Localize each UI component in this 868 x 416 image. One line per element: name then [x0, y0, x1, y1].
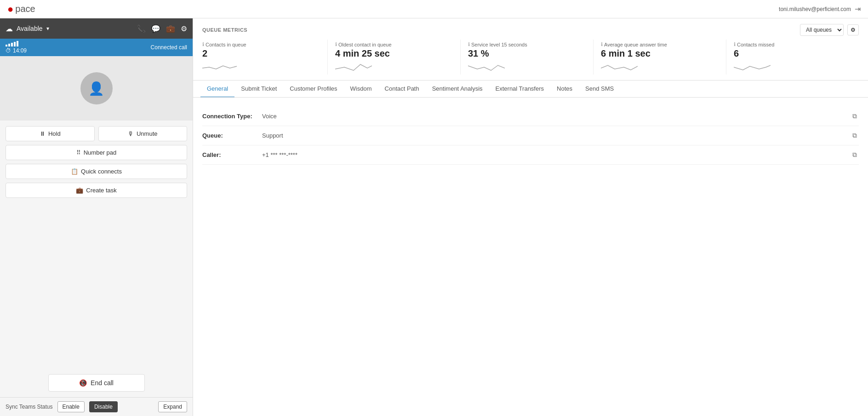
end-call-button[interactable]: 📵 End call [48, 374, 145, 392]
timer-icon: ⏱ [6, 47, 11, 54]
copy-caller-button[interactable]: ⧉ [851, 150, 859, 160]
top-nav-right: toni.milushev@perficient.com ⇥ [779, 5, 861, 13]
info-icon-4[interactable]: ℹ [734, 41, 736, 47]
action-buttons: ⏸ Hold 🎙 Unmute ⠿ Number pad 📋 Quick con… [0, 121, 193, 203]
caller-value: +1 *** ***-**** [262, 151, 851, 158]
main-layout: ☁ Available ▾ 📞 💬 💼 ⚙ [0, 18, 868, 416]
metric-label-0: Contacts in queue [206, 42, 246, 47]
queue-select[interactable]: All queues [800, 24, 844, 36]
queue-controls: All queues ⚙ [800, 24, 859, 36]
phone-icon[interactable]: 📞 [137, 24, 146, 33]
metrics-row: ℹ Contacts in queue 2 ℹ Oldest contact i… [202, 40, 859, 75]
metric-avg-answer-time: ℹ Average queue answer time 6 min 1 sec [601, 40, 726, 75]
metric-oldest-contact: ℹ Oldest contact in queue 4 min 25 sec [335, 40, 461, 75]
avatar-area: 👤 [0, 56, 193, 121]
tab-sentiment-analysis[interactable]: Sentiment Analysis [426, 81, 489, 98]
metric-chart-2 [468, 59, 586, 73]
tab-external-transfers[interactable]: External Transfers [489, 81, 551, 98]
bottom-bar: Sync Teams Status Enable Disable Expand [0, 397, 193, 416]
queue-value: Support [262, 132, 851, 139]
signal-bar-3 [11, 43, 13, 46]
right-panel: QUEUE METRICS All queues ⚙ ℹ Contacts in… [193, 18, 868, 416]
copy-connection-type-button[interactable]: ⧉ [851, 111, 859, 121]
signal-bar-2 [8, 44, 10, 46]
status-bar: ☁ Available ▾ 📞 💬 💼 ⚙ [0, 18, 193, 39]
metric-label-2: Service level 15 seconds [471, 42, 527, 47]
logo: ● pace [7, 3, 35, 15]
dialpad-icon: ⠿ [76, 149, 81, 156]
sparkline-3 [601, 59, 638, 73]
tab-submit-ticket[interactable]: Submit Ticket [234, 81, 283, 98]
connection-type-value: Voice [262, 113, 851, 120]
tab-general[interactable]: General [200, 81, 234, 98]
quick-connects-icon: 📋 [71, 168, 78, 175]
tab-contact-path[interactable]: Contact Path [378, 81, 426, 98]
sparkline-2 [468, 59, 505, 73]
metric-value-3: 6 min 1 sec [601, 48, 719, 59]
status-text: Available [17, 25, 43, 32]
create-task-button[interactable]: 💼 Create task [6, 183, 187, 198]
tasks-icon[interactable]: 💼 [166, 24, 175, 33]
settings-icon[interactable]: ⚙ [181, 24, 187, 33]
metric-value-1: 4 min 25 sec [335, 48, 453, 59]
call-bar-left: ⏱ 14:09 [6, 41, 27, 54]
hold-button[interactable]: ⏸ Hold [6, 126, 95, 141]
call-bar: ⏱ 14:09 Connected call [0, 39, 193, 56]
metric-value-0: 2 [202, 48, 320, 59]
avatar: 👤 [80, 72, 113, 104]
tab-notes[interactable]: Notes [550, 81, 579, 98]
cloud-icon: ☁ [6, 24, 13, 33]
sparkline-1 [335, 59, 372, 73]
queue-label: Queue: [202, 132, 262, 139]
expand-button[interactable]: Expand [158, 401, 187, 412]
end-call-area: 📵 End call [0, 369, 193, 397]
info-icon-0[interactable]: ℹ [202, 41, 204, 47]
caller-row: Caller: +1 *** ***-**** ⧉ [202, 145, 859, 165]
signal-bar-1 [6, 45, 7, 46]
unmute-button[interactable]: 🎙 Unmute [98, 126, 188, 141]
queue-metrics-header: QUEUE METRICS All queues ⚙ [202, 24, 859, 36]
hold-unmute-row: ⏸ Hold 🎙 Unmute [6, 126, 187, 141]
metric-contacts-missed: ℹ Contacts missed 6 [734, 40, 859, 75]
status-icons: 📞 💬 💼 ⚙ [137, 24, 187, 33]
info-icon-2[interactable]: ℹ [468, 41, 470, 47]
top-nav: ● pace toni.milushev@perficient.com ⇥ [0, 0, 868, 18]
tabs-bar: General Submit Ticket Customer Profiles … [193, 81, 868, 98]
timer-value: 14:09 [13, 47, 27, 54]
status-left: ☁ Available ▾ [6, 24, 49, 33]
chat-icon[interactable]: 💬 [151, 24, 160, 33]
logo-icon: ● [7, 3, 13, 15]
metric-value-2: 31 % [468, 48, 586, 59]
metric-service-level: ℹ Service level 15 seconds 31 % [468, 40, 594, 75]
queue-metrics: QUEUE METRICS All queues ⚙ ℹ Contacts in… [193, 18, 868, 81]
enable-button[interactable]: Enable [57, 401, 85, 412]
left-panel: ☁ Available ▾ 📞 💬 💼 ⚙ [0, 18, 193, 416]
metric-chart-4 [734, 59, 851, 73]
metric-contacts-in-queue: ℹ Contacts in queue 2 [202, 40, 328, 75]
metric-label-4: Contacts missed [737, 42, 774, 47]
logo-text: pace [15, 4, 35, 14]
tab-wisdom[interactable]: Wisdom [344, 81, 378, 98]
call-status: Connected call [151, 44, 187, 51]
disable-button[interactable]: Disable [89, 401, 118, 412]
end-call-icon: 📵 [79, 379, 87, 387]
tab-send-sms[interactable]: Send SMS [579, 81, 620, 98]
connection-type-row: Connection Type: Voice ⧉ [202, 107, 859, 126]
connection-type-label: Connection Type: [202, 113, 262, 120]
signal-bar-4 [14, 42, 16, 46]
queue-settings-button[interactable]: ⚙ [847, 24, 859, 35]
metric-chart-3 [601, 59, 719, 73]
info-icon-3[interactable]: ℹ [601, 41, 603, 47]
quick-connects-button[interactable]: 📋 Quick connects [6, 164, 187, 179]
chevron-down-icon[interactable]: ▾ [46, 25, 49, 32]
signal-bar-5 [17, 41, 18, 46]
queue-row: Queue: Support ⧉ [202, 126, 859, 145]
copy-queue-button[interactable]: ⧉ [851, 131, 859, 140]
tab-customer-profiles[interactable]: Customer Profiles [283, 81, 343, 98]
logout-icon[interactable]: ⇥ [855, 5, 861, 13]
sparkline-4 [734, 59, 771, 73]
metric-label-3: Average queue answer time [604, 42, 667, 47]
content-area: Connection Type: Voice ⧉ Queue: Support … [193, 98, 868, 416]
number-pad-button[interactable]: ⠿ Number pad [6, 145, 187, 160]
info-icon-1[interactable]: ℹ [335, 41, 337, 47]
